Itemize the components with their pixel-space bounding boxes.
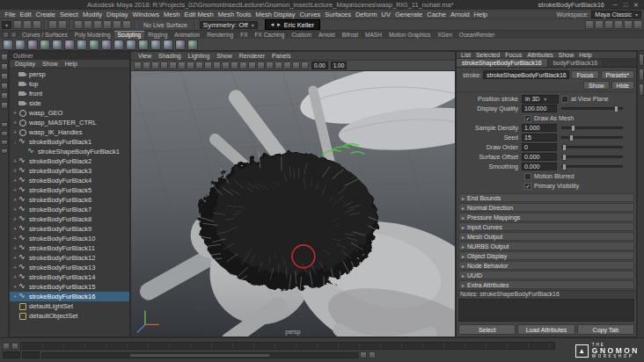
section-mesh-output[interactable]: ▸Mesh Output (458, 232, 634, 241)
fill-tool-icon[interactable] (150, 40, 161, 50)
menu-mesh[interactable]: Mesh (162, 10, 182, 18)
maximize-button[interactable]: □ (620, 0, 631, 10)
shelf-tab-fx[interactable]: FX (237, 31, 251, 39)
outliner-item-side[interactable]: side (10, 98, 129, 108)
draw-order-field[interactable]: 0 (522, 143, 557, 151)
shelf-menu-icon[interactable] (3, 32, 9, 38)
expander-icon[interactable]: + (11, 274, 18, 280)
select-tool-icon[interactable] (1, 54, 8, 61)
menu-select[interactable]: Select (58, 10, 81, 18)
selection-mask-dropdown[interactable]: ▾ (2, 21, 11, 29)
menu-edit[interactable]: Edit (18, 10, 33, 18)
expander-icon[interactable]: + (11, 158, 18, 164)
menu-curves[interactable]: Curves (297, 10, 323, 18)
outliner-item-strokebodyfurblack9[interactable]: +strokeBodyFurBlack9 (10, 224, 129, 234)
expander-icon[interactable]: + (11, 245, 18, 251)
make-live-icon[interactable] (122, 20, 131, 29)
viewport-menu-renderer[interactable]: Renderer (236, 53, 268, 59)
expander-icon[interactable]: + (11, 168, 18, 174)
section-extra-attributes[interactable]: ▸Extra Attributes (458, 280, 634, 289)
outliner-item-strokebodyfurblack2[interactable]: +strokeBodyFurBlack2 (10, 156, 129, 166)
menu-display[interactable]: Display (105, 10, 131, 18)
grid-icon[interactable] (195, 62, 203, 69)
presets-button[interactable]: Presets* (601, 70, 634, 79)
outliner-item-strokebodyfurblack10[interactable]: +strokeBodyFurBlack10 (10, 234, 129, 243)
display-quality-slider[interactable] (561, 107, 623, 110)
menu-create[interactable]: Create (33, 10, 58, 18)
slider-handle[interactable] (562, 163, 567, 170)
section-end-bounds[interactable]: ▸End Bounds (458, 193, 634, 202)
layout-single-pane-icon[interactable] (1, 122, 8, 127)
menu-file[interactable]: File (3, 10, 18, 18)
time-slider[interactable] (20, 342, 555, 350)
anim-prefs-icon[interactable] (369, 351, 376, 358)
shaded-icon[interactable] (283, 62, 291, 69)
object-details-icon[interactable] (266, 62, 274, 69)
exposure-field[interactable]: 0.00 (311, 62, 328, 69)
expander-icon[interactable]: - (11, 139, 18, 145)
wireframe-icon[interactable] (274, 62, 282, 69)
shelf-tab-curves-surfaces[interactable]: Curves / Surfaces (18, 31, 71, 39)
section-node-behavior[interactable]: ▸Node Behavior (458, 261, 634, 270)
slider-handle[interactable] (614, 105, 618, 112)
range-slider[interactable] (41, 352, 358, 358)
shelf-tab-bifrost[interactable]: Bifrost (339, 31, 362, 39)
flatten-tool-icon[interactable] (64, 40, 75, 50)
expander-icon[interactable]: + (11, 216, 18, 222)
motion-blurred-checkbox[interactable] (524, 173, 531, 180)
attribute-editor-tab-icon[interactable] (639, 54, 644, 66)
expander-icon[interactable]: + (11, 264, 18, 271)
outliner-menu-show[interactable]: Show (39, 61, 62, 67)
shelf-tab-sculpting[interactable]: Sculpting (114, 31, 145, 39)
viewport-menu-view[interactable]: View (135, 53, 155, 59)
menu-cache[interactable]: Cache (425, 10, 449, 18)
anim-layers-icon[interactable] (633, 20, 642, 29)
outliner-item-strokebodyfurblack15[interactable]: +strokeBodyFurBlack15 (10, 282, 129, 292)
pinch-tool-icon[interactable] (52, 40, 62, 50)
render-current-frame-icon[interactable] (595, 20, 604, 29)
ae-menu-show[interactable]: Show (556, 52, 577, 58)
slider-handle[interactable] (562, 144, 567, 151)
foamy-tool-icon[interactable] (77, 40, 87, 50)
menu-mesh-display[interactable]: Mesh Display (253, 10, 297, 18)
outliner-item-defaultlightset[interactable]: defaultLightSet (10, 301, 129, 311)
outliner-item-strokebodyfurblack14[interactable]: +strokeBodyFurBlack14 (10, 272, 129, 282)
outliner-item-persp[interactable]: persp (10, 69, 129, 79)
draw-order-slider[interactable] (561, 146, 623, 148)
outliner-menu-display[interactable]: Display (11, 61, 39, 67)
seed-field[interactable]: 15 (522, 134, 557, 141)
tool-settings-tab-icon[interactable] (639, 69, 644, 81)
ae-menu-selected[interactable]: Selected (473, 52, 502, 58)
shelf-tab-poly-modeling[interactable]: Poly Modeling (71, 31, 114, 39)
resolution-gate-icon[interactable] (213, 62, 221, 69)
shelf-tab-fx-caching[interactable]: FX Caching (252, 31, 289, 39)
gate-mask-icon[interactable] (222, 62, 230, 69)
channel-box-tab-icon[interactable] (639, 83, 644, 96)
expander-icon[interactable]: + (11, 197, 18, 203)
prev-icon[interactable]: ◂ (271, 21, 274, 28)
menu-generate[interactable]: Generate (392, 10, 424, 18)
image-plane-icon[interactable] (169, 62, 177, 69)
safe-action-icon[interactable] (239, 62, 247, 69)
viewport-menu-show[interactable]: Show (213, 53, 236, 59)
ae-menu-attributes[interactable]: Attributes (524, 52, 556, 58)
ae-tab-strokeshapebodyfurblack16[interactable]: strokeShapeBodyFurBlack16 (457, 59, 548, 67)
expander-icon[interactable]: + (11, 293, 18, 300)
lasso-tool-icon[interactable] (1, 63, 8, 70)
surface-offset-slider[interactable] (561, 156, 623, 158)
grab-tool-icon[interactable] (40, 40, 50, 50)
render-view-icon[interactable] (585, 20, 594, 29)
lock-camera-icon[interactable] (143, 62, 150, 69)
copy-tab-button[interactable]: Copy Tab (577, 324, 634, 335)
display-layers-icon[interactable] (624, 20, 633, 29)
sample-density-slider[interactable] (561, 127, 623, 129)
outliner-item-strokebodyfurblack8[interactable]: +strokeBodyFurBlack8 (10, 214, 129, 224)
outliner-item-strokebodyfurblack6[interactable]: +strokeBodyFurBlack6 (10, 195, 129, 205)
shelf-tab-custom[interactable]: Custom (288, 31, 314, 39)
wax-tool-icon[interactable] (126, 40, 136, 50)
outliner-item-wasp-master-ctrl[interactable]: +wasp_MASTER_CTRL (10, 118, 129, 127)
outliner-item-top[interactable]: top (10, 79, 129, 89)
sample-density-field[interactable]: 1.000 (522, 124, 557, 132)
outliner-item-wasp-geo[interactable]: +wasp_GEO (10, 108, 129, 118)
expander-icon[interactable]: + (11, 284, 18, 290)
